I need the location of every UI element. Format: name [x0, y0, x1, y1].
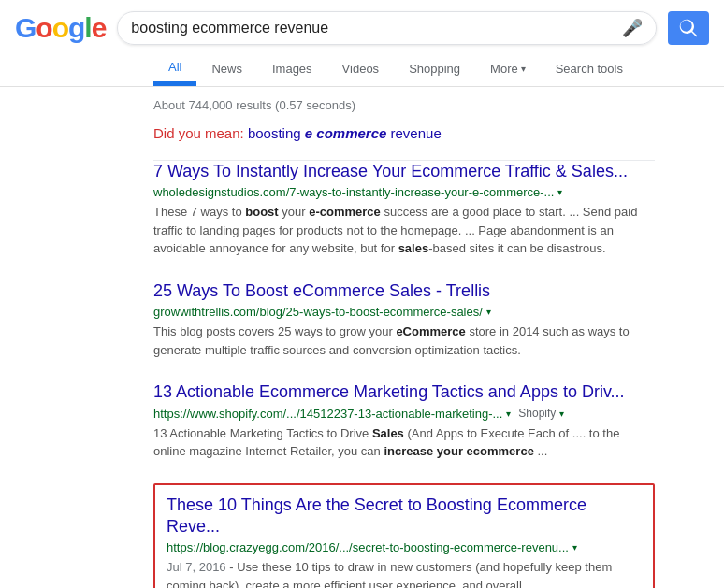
- result-url-dropdown-icon[interactable]: ▾: [557, 187, 562, 197]
- result-url-line: growwithtrellis.com/blog/25-ways-to-boos…: [153, 305, 655, 319]
- search-input[interactable]: [131, 20, 615, 36]
- search-button[interactable]: [668, 11, 709, 45]
- result-snippet: 13 Actionable Marketing Tactics to Drive…: [153, 424, 655, 461]
- mic-icon[interactable]: 🎤: [622, 18, 643, 38]
- nav-item-images[interactable]: Images: [257, 54, 327, 85]
- result-date: Jul 7, 2016: [167, 560, 226, 574]
- result-source-dropdown-icon[interactable]: ▾: [559, 409, 564, 419]
- nav-item-all[interactable]: All: [153, 52, 196, 86]
- result-url-line: wholedesignstudios.com/7-ways-to-instant…: [153, 185, 655, 199]
- result-title[interactable]: 13 Actionable Ecommerce Marketing Tactic…: [153, 381, 655, 403]
- result-item: 25 Ways To Boost eCommerce Sales - Trell…: [153, 280, 655, 359]
- search-icon: [679, 19, 698, 37]
- result-url: https://www.shopify.com/.../14512237-13-…: [153, 407, 502, 421]
- did-you-mean-before: boosting: [248, 125, 305, 141]
- result-source-badge: Shopify: [518, 407, 556, 420]
- results-count: About 744,000 results (0.57 seconds): [153, 98, 655, 112]
- did-you-mean-em: e commerce: [305, 125, 387, 141]
- result-url: https://blog.crazyegg.com/2016/.../secre…: [167, 540, 569, 554]
- nav-item-search-tools[interactable]: Search tools: [541, 54, 638, 85]
- result-url: wholedesignstudios.com/7-ways-to-instant…: [153, 185, 554, 199]
- logo-letter-e: e: [92, 12, 107, 43]
- result-title[interactable]: 7 Ways To Instantly Increase Your Ecomme…: [153, 161, 655, 182]
- result-url-line: https://blog.crazyegg.com/2016/.../secre…: [167, 540, 642, 554]
- nav-item-videos[interactable]: Videos: [327, 54, 395, 85]
- nav-item-more[interactable]: More ▾: [475, 54, 541, 85]
- did-you-mean-after: revenue: [386, 125, 441, 141]
- content-area: About 744,000 results (0.57 seconds) Did…: [0, 87, 655, 588]
- result-url-line: https://www.shopify.com/.../14512237-13-…: [153, 407, 655, 421]
- logo-letter-g: G: [15, 12, 36, 43]
- search-bar[interactable]: 🎤: [117, 11, 657, 45]
- logo-letter-g2: g: [68, 12, 84, 43]
- logo-letter-o2: o: [52, 12, 68, 43]
- result-url-dropdown-icon[interactable]: ▾: [572, 542, 577, 552]
- did-you-mean: Did you mean: boosting e commerce revenu…: [153, 125, 655, 141]
- result-title[interactable]: These 10 Things Are the Secret to Boosti…: [167, 495, 642, 538]
- logo-letter-o1: o: [36, 12, 51, 43]
- result-title[interactable]: 25 Ways To Boost eCommerce Sales - Trell…: [153, 280, 655, 302]
- did-you-mean-label: Did you mean:: [153, 125, 244, 141]
- nav-bar: All News Images Videos Shopping More ▾ S…: [0, 45, 724, 87]
- google-logo: Google: [15, 12, 106, 44]
- logo-letter-l: l: [84, 12, 91, 43]
- result-url-dropdown-icon[interactable]: ▾: [506, 409, 511, 419]
- nav-item-news[interactable]: News: [196, 54, 257, 85]
- result-item: 13 Actionable Ecommerce Marketing Tactic…: [153, 381, 655, 460]
- result-url: growwithtrellis.com/blog/25-ways-to-boos…: [153, 305, 483, 319]
- did-you-mean-link[interactable]: boosting e commerce revenue: [248, 125, 442, 141]
- result-url-dropdown-icon[interactable]: ▾: [486, 307, 491, 317]
- nav-item-shopping[interactable]: Shopping: [394, 54, 475, 85]
- more-caret-icon: ▾: [521, 64, 526, 74]
- result-item: 7 Ways To Instantly Increase Your Ecomme…: [153, 161, 655, 258]
- results-list: 7 Ways To Instantly Increase Your Ecomme…: [153, 161, 655, 588]
- result-snippet: This blog posts covers 25 ways to grow y…: [153, 323, 655, 359]
- result-item-highlighted: These 10 Things Are the Secret to Boosti…: [153, 483, 655, 588]
- result-snippet: Jul 7, 2016 - Use these 10 tips to draw …: [167, 558, 642, 588]
- header: Google 🎤: [0, 0, 724, 45]
- result-snippet: These 7 ways to boost your e-commerce su…: [153, 203, 655, 258]
